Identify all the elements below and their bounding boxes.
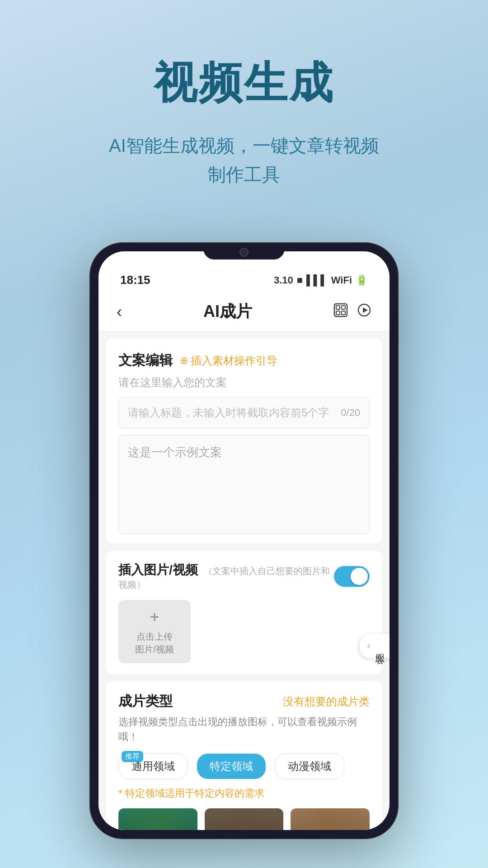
plus-icon: + <box>150 608 159 627</box>
app-header: ‹ AI成片 <box>99 292 389 331</box>
section-hint: 请在这里输入您的文案 <box>118 375 370 390</box>
app-content: 文案编辑 ⊕ 插入素材操作引导 请在这里输入您的文案 请输入标题，未输入时将截取… <box>99 331 389 830</box>
battery-icon: 🔋 <box>356 274 368 286</box>
upload-text: 点击上传 图片/视频 <box>135 630 174 656</box>
header-actions <box>333 303 371 321</box>
card-bg-guoxue <box>118 808 197 830</box>
signal-icon: ▌▌▌ <box>306 274 328 286</box>
section-title: 文案编辑 <box>118 351 173 370</box>
type-title: 成片类型 <box>118 692 173 711</box>
gallery-icon[interactable] <box>333 303 348 321</box>
cs-arrow-icon: ‹ <box>367 640 370 652</box>
section-header: 文案编辑 ⊕ 插入素材操作引导 <box>118 351 370 370</box>
video-cards-grid: 国学 ▶ 市井生活 <box>118 808 370 830</box>
type-header: 成片类型 没有想要的成片类 <box>118 692 370 711</box>
svg-rect-4 <box>342 311 345 315</box>
back-button[interactable]: ‹ <box>117 302 122 321</box>
customer-service-button[interactable]: ‹ 客服 <box>360 634 389 658</box>
toggle-knob <box>351 568 368 585</box>
card-shijing[interactable]: 市井生活 <box>205 808 284 830</box>
status-right: 3.10 ■ ▌▌▌ WiFi 🔋 <box>274 274 368 286</box>
card-guoxue[interactable]: 国学 ▶ <box>118 808 197 830</box>
status-time: 18:15 <box>120 273 150 287</box>
insert-media-section: 插入图片/视频 （文案中插入自己想要的图片和视频） + 点击上传 图片/视频 <box>106 551 382 674</box>
card-bg-shijing <box>205 808 284 830</box>
card-yuer[interactable]: 育儿 <box>291 808 370 830</box>
insert-label-group: 插入图片/视频 （文案中插入自己想要的图片和视频） <box>118 561 334 591</box>
insert-label: 插入图片/视频 <box>118 563 198 577</box>
phone-screen: 18:15 3.10 ■ ▌▌▌ WiFi 🔋 ‹ AI成片 <box>99 251 389 830</box>
tab-specific[interactable]: 特定领域 <box>197 754 266 779</box>
upload-button[interactable]: + 点击上传 图片/视频 <box>118 600 191 663</box>
svg-marker-6 <box>363 307 368 313</box>
wifi-icon: WiFi <box>331 274 352 286</box>
title-placeholder: 请输入标题，未输入时将截取内容前5个字 <box>128 406 329 420</box>
phone-notch <box>203 243 285 259</box>
hero-section: 视频生成 AI智能生成视频，一键文章转视频 制作工具 <box>0 0 488 216</box>
type-note: * 特定领域适用于特定内容的需求 <box>118 787 370 800</box>
tab-anime[interactable]: 动漫领域 <box>275 753 344 779</box>
type-desc: 选择视频类型点击出现的播放图标，可以查看视频示例哦！ <box>118 714 370 744</box>
phone-mockup: 18:15 3.10 ■ ▌▌▌ WiFi 🔋 ‹ AI成片 <box>90 243 398 838</box>
hero-title: 视频生成 <box>27 54 461 113</box>
phone-camera <box>239 248 249 257</box>
tab-badge-general: 推荐 <box>122 751 143 762</box>
play-circle-icon[interactable] <box>357 303 371 321</box>
insert-toggle[interactable] <box>334 566 370 587</box>
svg-rect-2 <box>342 306 345 309</box>
sim-icon: ■ <box>297 274 303 286</box>
tabs-row: 推荐 通用领域 特定领域 动漫领域 <box>118 753 370 779</box>
content-placeholder: 这是一个示例文案 <box>128 445 222 459</box>
type-more[interactable]: 没有想要的成片类 <box>283 694 370 709</box>
svg-rect-1 <box>336 306 340 309</box>
insert-row: 插入图片/视频 （文案中插入自己想要的图片和视频） <box>118 561 370 591</box>
card-bg-yuer <box>291 808 370 830</box>
tab-general[interactable]: 推荐 通用领域 <box>118 753 188 779</box>
title-input[interactable]: 请输入标题，未输入时将截取内容前5个字 0/20 <box>118 397 370 429</box>
copywriting-section: 文案编辑 ⊕ 插入素材操作引导 请在这里输入您的文案 请输入标题，未输入时将截取… <box>106 339 382 543</box>
content-textarea[interactable]: 这是一个示例文案 <box>118 435 370 534</box>
guide-icon: ⊕ <box>180 355 188 367</box>
guide-label[interactable]: ⊕ 插入素材操作引导 <box>180 354 277 368</box>
network-speed: 3.10 <box>274 274 293 286</box>
hero-subtitle: AI智能生成视频，一键文章转视频 制作工具 <box>27 131 461 189</box>
phone-frame: 18:15 3.10 ■ ▌▌▌ WiFi 🔋 ‹ AI成片 <box>90 243 398 838</box>
svg-rect-3 <box>336 311 340 315</box>
title-counter: 0/20 <box>341 407 360 419</box>
video-type-section: 成片类型 没有想要的成片类 选择视频类型点击出现的播放图标，可以查看视频示例哦！… <box>106 681 382 830</box>
header-title: AI成片 <box>203 301 252 323</box>
